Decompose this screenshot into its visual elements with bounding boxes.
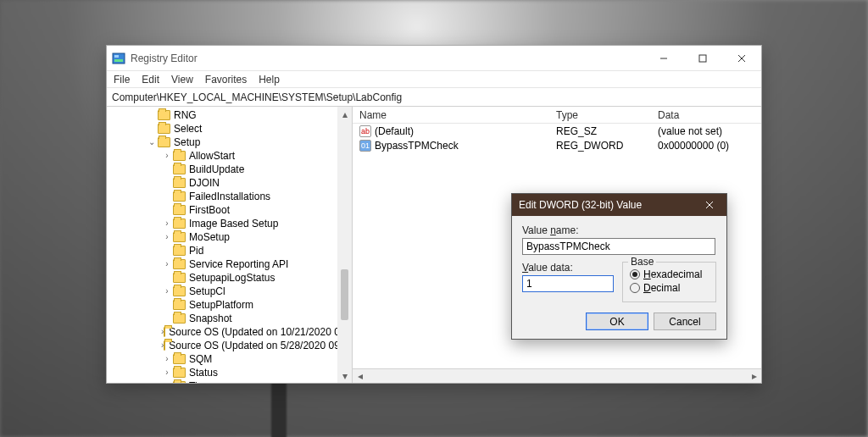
value-name: BypassTPMCheck: [375, 140, 459, 152]
base-legend: Base: [628, 256, 656, 268]
folder-icon: [164, 340, 165, 351]
folder-icon: [173, 354, 186, 364]
expand-icon[interactable]: ›: [161, 149, 173, 163]
tree-item[interactable]: DJOIN: [131, 176, 337, 190]
tree-item[interactable]: ›AllowStart: [131, 149, 337, 163]
tree-item-label: Setup: [174, 136, 200, 149]
tree-item[interactable]: Select: [131, 122, 337, 136]
folder-icon: [158, 110, 170, 120]
tree-item-label: RNG: [174, 108, 197, 122]
value-type: REG_DWORD: [556, 140, 658, 152]
value-data-label: Value data:: [522, 262, 614, 274]
tree-vertical-scrollbar[interactable]: ▴ ▾: [337, 107, 352, 383]
expand-icon[interactable]: ›: [161, 285, 173, 298]
menu-edit[interactable]: Edit: [142, 74, 159, 86]
reg-dw-icon: 01: [359, 140, 371, 152]
radio-dot-icon: [630, 283, 640, 293]
tree-item[interactable]: ›SQM: [131, 352, 337, 366]
tree-item[interactable]: Timers: [131, 379, 337, 383]
folder-icon: [173, 300, 186, 310]
menu-help[interactable]: Help: [259, 74, 280, 86]
value-row[interactable]: ab(Default)REG_SZ(value not set): [353, 124, 761, 138]
tree-item-label: Image Based Setup: [189, 217, 278, 230]
menu-view[interactable]: View: [171, 74, 193, 86]
expand-icon[interactable]: ›: [161, 352, 173, 366]
menu-bar: File Edit View Favorites Help: [107, 71, 761, 88]
close-button[interactable]: [722, 46, 761, 70]
svg-rect-4: [699, 55, 706, 62]
radio-dot-icon: [630, 269, 640, 279]
menu-favorites[interactable]: Favorites: [205, 74, 247, 86]
folder-icon: [173, 286, 186, 296]
expand-icon[interactable]: ›: [161, 366, 173, 379]
scroll-up-icon[interactable]: ▴: [337, 107, 352, 121]
scroll-right-icon[interactable]: ▸: [747, 369, 761, 383]
horizontal-scrollbar[interactable]: ◂ ▸: [353, 368, 761, 383]
tree-item[interactable]: ›MoSetup: [131, 230, 337, 244]
tree-item[interactable]: Pid: [131, 244, 337, 257]
folder-icon: [173, 151, 186, 161]
tree-item[interactable]: ›SetupCl: [131, 285, 337, 298]
tree-item[interactable]: SetupapiLogStatus: [131, 271, 337, 285]
scroll-down-icon[interactable]: ▾: [337, 368, 352, 383]
tree-item[interactable]: ›Source OS (Updated on 5/28/2020 09:50:1…: [131, 339, 337, 352]
value-name-label: Value name:: [522, 224, 716, 236]
tree-item[interactable]: FailedInstallations: [131, 190, 337, 203]
tree-item[interactable]: FirstBoot: [131, 203, 337, 217]
folder-icon: [173, 178, 186, 188]
folder-icon: [164, 327, 165, 337]
svg-rect-2: [114, 59, 123, 62]
dialog-close-button[interactable]: [693, 194, 726, 216]
svg-rect-1: [114, 55, 119, 58]
cancel-button[interactable]: Cancel: [654, 313, 716, 330]
maximize-button[interactable]: [683, 46, 722, 70]
dialog-titlebar[interactable]: Edit DWORD (32-bit) Value: [512, 194, 726, 216]
tree-item[interactable]: ›Image Based Setup: [131, 217, 337, 230]
expand-icon[interactable]: ›: [161, 217, 173, 230]
value-name: (Default): [375, 125, 414, 137]
scroll-thumb[interactable]: [341, 269, 348, 320]
tree-item[interactable]: ›Status: [131, 366, 337, 379]
tree-item[interactable]: ›Service Reporting API: [131, 257, 337, 271]
header-type[interactable]: Type: [556, 109, 658, 121]
value-data-input[interactable]: 1: [522, 275, 614, 292]
tree-pane[interactable]: RNGSelect⌄Setup›AllowStartBuildUpdateDJO…: [107, 107, 353, 383]
tree-item[interactable]: SetupPlatform: [131, 298, 337, 312]
radio-decimal[interactable]: Decimal: [630, 281, 709, 295]
tree-item[interactable]: RNG: [131, 108, 337, 122]
expand-icon[interactable]: ⌄: [146, 136, 158, 149]
header-name[interactable]: Name: [353, 109, 556, 121]
window-title: Registry Editor: [131, 53, 644, 64]
window-controls: [644, 46, 761, 70]
expand-icon[interactable]: ›: [161, 257, 173, 271]
scroll-track[interactable]: [367, 369, 747, 383]
menu-file[interactable]: File: [114, 74, 130, 86]
scroll-left-icon[interactable]: ◂: [353, 369, 367, 383]
tree-item-label: SetupPlatform: [189, 298, 253, 312]
tree-item-label: BuildUpdate: [189, 163, 244, 176]
address-bar[interactable]: Computer\HKEY_LOCAL_MACHINE\SYSTEM\Setup…: [107, 88, 761, 107]
radio-hexadecimal[interactable]: Hexadecimal: [630, 268, 709, 281]
tree-item[interactable]: ›Source OS (Updated on 10/21/2020 05:54:…: [131, 325, 337, 339]
base-fieldset: Base Hexadecimal Decimal: [622, 262, 716, 302]
titlebar[interactable]: Registry Editor: [107, 46, 761, 71]
folder-icon: [173, 218, 186, 229]
folder-icon: [173, 205, 186, 215]
header-data[interactable]: Data: [658, 109, 761, 121]
minimize-button[interactable]: [644, 46, 683, 70]
tree-item-label: FirstBoot: [189, 203, 230, 217]
tree-item[interactable]: BuildUpdate: [131, 163, 337, 176]
folder-icon: [158, 137, 170, 147]
folder-icon: [173, 273, 186, 283]
tree-item[interactable]: ⌄Setup: [131, 136, 337, 149]
folder-icon: [173, 246, 186, 256]
expand-icon[interactable]: ›: [161, 230, 173, 244]
value-row[interactable]: 01BypassTPMCheckREG_DWORD0x00000000 (0): [353, 138, 761, 152]
value-data: 0x00000000 (0): [658, 140, 761, 152]
list-header[interactable]: Name Type Data: [353, 107, 761, 124]
value-name-input[interactable]: BypassTPMCheck: [522, 238, 715, 255]
tree-item-label: SQM: [189, 352, 212, 366]
tree-item-label: DJOIN: [189, 176, 220, 190]
ok-button[interactable]: OK: [586, 313, 648, 330]
tree-item[interactable]: Snapshot: [131, 312, 337, 325]
